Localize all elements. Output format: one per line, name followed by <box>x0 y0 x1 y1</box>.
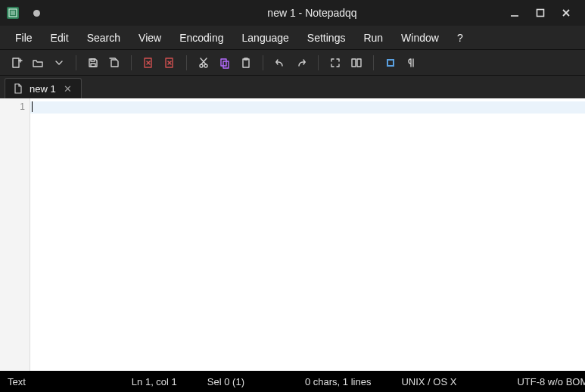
open-file-icon[interactable] <box>29 54 47 72</box>
toolbar <box>0 50 585 76</box>
menu-edit[interactable]: Edit <box>43 29 76 47</box>
menu-encoding[interactable]: Encoding <box>172 29 231 47</box>
svg-rect-9 <box>13 58 19 67</box>
menu-window[interactable]: Window <box>394 29 447 47</box>
new-file-icon[interactable] <box>8 54 26 72</box>
save-icon[interactable] <box>84 54 102 72</box>
close-all-icon[interactable] <box>160 54 179 72</box>
svg-line-22 <box>201 58 207 64</box>
tab-close-button[interactable]: ✕ <box>62 83 73 95</box>
toolbar-separator <box>186 55 187 70</box>
menu-search[interactable]: Search <box>79 29 128 47</box>
status-eol[interactable]: UNIX / OS X <box>401 376 456 387</box>
editor-area: 1 <box>0 98 585 371</box>
app-icon <box>6 6 20 20</box>
toolbar-separator <box>263 55 263 70</box>
pilcrow-icon[interactable] <box>403 54 421 72</box>
svg-rect-31 <box>388 61 393 65</box>
redo-icon[interactable] <box>292 54 310 72</box>
window-title: new 1 - Notepadqq <box>129 7 496 19</box>
minimize-button[interactable] <box>506 5 523 21</box>
titlebar: new 1 - Notepadqq <box>0 0 585 26</box>
statusbar: Text Ln 1, col 1 Sel 0 (1) 0 chars, 1 li… <box>0 371 585 392</box>
line-gutter: 1 <box>0 98 30 371</box>
menu-run[interactable]: Run <box>356 29 391 47</box>
text-editor[interactable] <box>30 98 585 371</box>
toolbar-separator <box>318 55 319 70</box>
undo-icon[interactable] <box>271 54 289 72</box>
dropdown-icon[interactable] <box>50 54 68 72</box>
svg-rect-12 <box>91 59 95 61</box>
status-format[interactable]: Text <box>8 376 26 387</box>
paste-icon[interactable] <box>237 54 255 72</box>
menu-q[interactable]: ? <box>450 29 471 47</box>
wrap-icon[interactable] <box>347 54 366 72</box>
modified-indicator-icon <box>33 10 40 17</box>
current-line-highlight <box>30 101 585 114</box>
svg-rect-29 <box>357 59 361 67</box>
save-all-icon[interactable] <box>105 54 123 72</box>
copy-icon[interactable] <box>216 54 234 72</box>
toolbar-separator <box>131 55 132 70</box>
document-icon <box>13 83 23 94</box>
status-selection: Sel 0 (1) <box>207 376 244 387</box>
line-number: 1 <box>0 101 25 114</box>
menu-file[interactable]: File <box>8 29 40 47</box>
fullscreen-icon[interactable] <box>326 54 344 72</box>
menu-settings[interactable]: Settings <box>300 29 353 47</box>
close-tab-icon[interactable] <box>139 54 157 72</box>
close-window-button[interactable] <box>558 5 574 21</box>
tab-new1[interactable]: new 1 ✕ <box>5 78 82 98</box>
tab-label: new 1 <box>30 83 56 95</box>
status-encoding[interactable]: UTF-8 w/o BOM <box>517 376 585 387</box>
toolbar-separator <box>373 55 374 70</box>
tabbar: new 1 ✕ <box>0 76 585 98</box>
svg-rect-6 <box>537 10 544 17</box>
status-stats: 0 chars, 1 lines <box>305 376 371 387</box>
menu-language[interactable]: Language <box>235 29 297 47</box>
svg-rect-13 <box>91 64 95 67</box>
toolbar-separator <box>76 55 76 70</box>
svg-line-23 <box>201 58 206 64</box>
menubar: FileEditSearchViewEncodingLanguageSettin… <box>0 26 585 50</box>
text-cursor <box>32 101 33 112</box>
status-position: Ln 1, col 1 <box>132 376 177 387</box>
svg-rect-28 <box>352 59 356 67</box>
menu-view[interactable]: View <box>131 29 169 47</box>
cut-icon[interactable] <box>194 54 213 72</box>
maximize-button[interactable] <box>532 5 549 21</box>
formatting-icon[interactable] <box>381 54 400 72</box>
